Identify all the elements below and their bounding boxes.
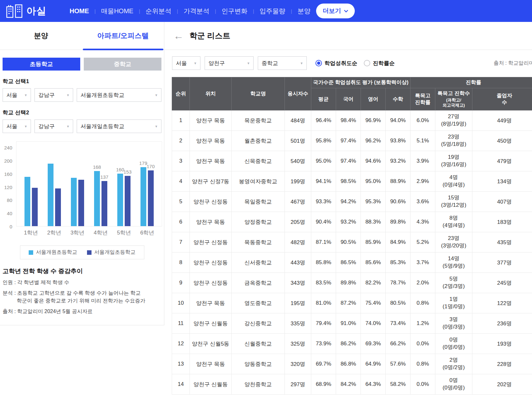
select2-district[interactable]: 강남구 ▼ [34, 120, 73, 133]
radio-advancement-order[interactable]: 진학률순 [364, 60, 395, 67]
math-cell: 73.4% [386, 313, 411, 334]
avg-cell: 93.3% [311, 192, 336, 212]
radio-achievement-order[interactable]: 학업성취도순 [315, 60, 357, 67]
filter-district[interactable]: 양천구 ▼ [205, 56, 254, 70]
table-row[interactable]: 5양천구 신정동목일중학교467명93.3%94.2%95.3%90.6%3.6… [172, 192, 532, 212]
special-count-cell: 15명(3명/12명) [435, 192, 472, 212]
rank-cell: 8 [172, 253, 190, 273]
more-button[interactable]: 더보기 [316, 4, 355, 18]
select1-school[interactable]: 서울개원초등학교 ▼ [77, 88, 161, 102]
graduates-cell: 435명 [472, 232, 532, 253]
radio-achievement-label: 학업성취도순 [324, 60, 357, 67]
toggle-elementary-school[interactable]: 초등학교 [3, 58, 80, 71]
filter-region[interactable]: 서울 ▼ [172, 56, 200, 70]
y-tick-label: 80 [7, 197, 12, 203]
special_rate-cell: 5.2% [411, 232, 435, 253]
x-tick-label: 3학년 [68, 229, 87, 236]
rank-cell: 1 [172, 110, 190, 131]
applicants-cell: 443명 [285, 253, 311, 273]
table-row[interactable]: 1양천구 목동목운중학교484명96.4%98.4%96.9%94.0%6.0%… [172, 110, 532, 131]
eng-cell: 95.0% [361, 171, 386, 192]
chart-legend: 서울개원초등학교서울개일초등학교 [0, 245, 164, 259]
bar-value-label: 168 [93, 164, 101, 170]
col-korean: 국어 [336, 88, 361, 110]
bar-서울개원초등학교-3학년 [71, 178, 77, 226]
eng-cell: 94.6% [361, 151, 386, 171]
table-row[interactable]: 2양천구 목동월촌중학교501명95.8%97.4%96.2%93.8%5.1%… [172, 131, 532, 151]
table-row[interactable]: 6양천구 목동양정중학교205명90.4%93.2%88.3%89.8%4.3%… [172, 212, 532, 232]
special-count-value: 0명 [436, 336, 471, 344]
rank-cell: 9 [172, 273, 190, 293]
radio-advancement-label: 진학률순 [373, 60, 395, 67]
table-row[interactable]: 10양천구 목동영도중학교195명81.0%87.2%75.4%80.5%0.8… [172, 293, 532, 313]
tab-bunyang[interactable]: 분양 [0, 22, 82, 50]
col-group-achievement: 국가수준 학업성취도 평가 (보통학력이상) [311, 77, 411, 88]
bar-서울개일초등학교-6학년: 170 [148, 170, 154, 226]
nav-item-2[interactable]: 순위분석 [145, 5, 172, 17]
analysis-block: 고학년 전학 학생 수 증감추이 인원 : 각 학년별 제적 학생 수 분석 :… [0, 259, 164, 315]
applicants-cell: 199명 [285, 171, 311, 192]
graduates-cell: 450명 [472, 131, 532, 151]
filter-region-value: 서울 [176, 60, 187, 67]
applicants-cell: 482명 [285, 232, 311, 253]
back-arrow-icon[interactable]: ← [173, 31, 184, 41]
table-row[interactable]: 11양천구 신월동강신중학교335명79.4%91.0%74.0%73.4%1.… [172, 313, 532, 334]
dropdown-arrow-icon: ▼ [155, 93, 158, 97]
nav-item-5[interactable]: 입주물량 [259, 5, 286, 17]
y-tick-label: 200 [4, 158, 12, 164]
table-row[interactable]: 7양천구 신정동목동중학교482명87.1%90.5%85.9%84.9%5.2… [172, 232, 532, 253]
page-title: 학군 리스트 [189, 31, 230, 41]
nav-item-0[interactable]: HOME [69, 5, 90, 17]
applicants-cell: 297명 [285, 374, 311, 395]
legend-item: 서울개원초등학교 [29, 249, 77, 256]
select1-region[interactable]: 서울 ▼ [3, 88, 31, 102]
toggle-middle-school[interactable]: 중학교 [84, 58, 161, 71]
special-count-cell: 5명(2명/3명) [435, 273, 472, 293]
location-cell: 양천구 목동 [190, 293, 232, 313]
filter-school-level[interactable]: 중학교 ▼ [258, 56, 307, 70]
kor-cell: 84.2% [336, 374, 361, 395]
school-cell: 양천중학교 [232, 374, 285, 395]
special-count-value: 2명 [436, 357, 471, 364]
table-row[interactable]: 13양천구 목동양동중학교320명69.7%86.8%64.9%57.6%0.8… [172, 354, 532, 374]
x-tick-label: 6학년 [138, 229, 157, 236]
nav-item-6[interactable]: 분양 [297, 5, 311, 17]
asil-logo[interactable]: 아실 [6, 4, 69, 18]
math-cell: 90.6% [386, 192, 411, 212]
table-row[interactable]: 14양천구 신월동양천중학교297명68.9%84.2%64.3%58.2%0.… [172, 374, 532, 395]
select2-school[interactable]: 서울개일초등학교 ▼ [77, 120, 161, 133]
school-cell: 양동중학교 [232, 354, 285, 374]
table-row[interactable]: 9양천구 신정동금옥중학교343명83.5%89.8%82.2%78.7%2.0… [172, 273, 532, 293]
school-cell: 신서중학교 [232, 253, 285, 273]
location-cell: 양천구 신정동 [190, 273, 232, 293]
table-header: 순위 위치 학교명 응시자수 국가수준 학업성취도 평가 (보통학력이상) 진학… [172, 77, 532, 110]
nav-item-1[interactable]: 매물HOME [101, 5, 134, 17]
graduates-cell: 449명 [472, 110, 532, 131]
legend-label: 서울개일초등학교 [94, 249, 136, 256]
bar-서울개일초등학교-1학년 [32, 188, 38, 226]
table-row[interactable]: 3양천구 목동신목중학교540명95.0%97.4%94.6%93.2%3.9%… [172, 151, 532, 171]
math-cell: 66.2% [386, 334, 411, 354]
select1-district[interactable]: 강남구 ▼ [34, 88, 73, 102]
col-special-rate: 특목고 진학률 [411, 88, 435, 110]
data-source-note: 출처 : 학교알리미 [494, 60, 532, 67]
tab-apartment-officetel[interactable]: 아파트/오피스텔 [82, 22, 164, 50]
school-cell: 신월중학교 [232, 334, 285, 354]
analysis-source: 출처 : 학교알리미 2024년 5월 공시자료 [3, 308, 161, 315]
table-row[interactable]: 8양천구 신정동신서중학교443명85.8%86.5%85.6%85.3%3.7… [172, 253, 532, 273]
nav-item-4[interactable]: 인구변화 [221, 5, 248, 17]
table-row[interactable]: 4양천구 신정7동봉영여자중학교199명94.1%98.5%95.0%88.9%… [172, 171, 532, 192]
math-cell: 58.2% [386, 374, 411, 395]
nav-item-3[interactable]: 가격분석 [183, 5, 210, 17]
table-row[interactable]: 12양천구 신월5동신월중학교325명73.9%86.2%69.3%66.2%0… [172, 334, 532, 354]
right-panel: ← 학군 리스트 서울 ▼ 양천구 ▼ 중학교 ▼ 학업성취도순 [164, 22, 532, 395]
rank-cell: 4 [172, 171, 190, 192]
math-cell: 85.3% [386, 253, 411, 273]
school-cell: 양정중학교 [232, 212, 285, 232]
special-count-cell: 0명(0명/0명) [435, 334, 472, 354]
bar-서울개일초등학교-2학년 [55, 188, 61, 226]
special-count-cell: 14명(5명/9명) [435, 253, 472, 273]
special_rate-cell: 5.1% [411, 131, 435, 151]
eng-cell: 85.9% [361, 232, 386, 253]
select2-region[interactable]: 서울 ▼ [3, 120, 31, 133]
